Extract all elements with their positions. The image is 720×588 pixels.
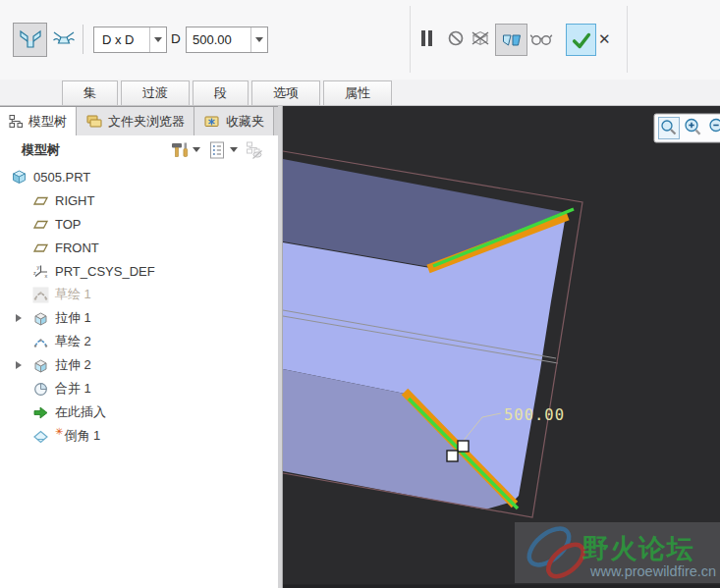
tree-item[interactable]: 草绘 2 [0,330,278,353]
chamfer-dimension-value[interactable]: 500.00 [504,406,565,424]
tree-item[interactable]: TOP [0,212,278,236]
ribbon-tab-3[interactable]: 段 [193,80,249,105]
chevron-down-icon [193,147,200,152]
favorites-icon [203,114,221,129]
panel-title: 模型树 [22,141,60,159]
chamfer-transitions-mode-button[interactable] [47,24,80,56]
graphics-area: 500.00 [283,106,720,588]
tree-item-label: 合并 1 [55,380,91,398]
cancel-button[interactable]: ✕ [598,30,611,48]
zoom-out-icon[interactable] [710,120,720,132]
panel-tab-3[interactable]: 收藏夹 [194,107,274,135]
zoom-window-icon[interactable] [659,118,680,139]
zoom-mini-toolbar [654,114,720,142]
chamfer-sets-mode-button[interactable] [13,23,47,57]
tree-filters-icon [170,140,190,160]
model-tree-header: 模型树 [0,135,278,164]
tree-filters-button[interactable] [168,138,202,162]
expand-arrow-icon[interactable] [16,314,22,322]
display-options-icon [245,140,264,160]
tree-item-label: RIGHT [55,193,94,208]
tree-item[interactable]: 拉伸 2 [0,353,278,377]
tree-item[interactable]: RIGHT [0,188,278,212]
preview-on-button[interactable] [495,24,527,56]
panel-tab-1[interactable]: 模型树 [0,107,77,135]
tree-item-label: TOP [55,217,82,232]
tree-item-label: 拉伸 2 [55,356,91,374]
chamfer-transitions-mode-icon [51,27,77,53]
expand-arrow-icon[interactable] [16,361,22,369]
ribbon-tab-4[interactable]: 选项 [251,80,320,105]
watermark-title: 野火论坛 [582,534,694,563]
pause-icon [419,30,433,50]
tree-item-label: FRONT [55,241,99,255]
preview-on-icon [502,32,522,48]
model-tree-tab-icon [9,114,24,129]
chamfer-sets-mode-icon [18,27,43,53]
navigator-panel: 模型树文件夹浏览器收藏夹 模型树 [0,106,278,588]
dim-label: D [171,31,181,46]
preview-off-button[interactable] [470,29,491,47]
divider [410,6,411,73]
creo-window: D x D D [0,0,720,588]
accept-icon [571,29,592,51]
svg-text:z: z [33,270,36,276]
accept-button[interactable] [566,24,596,56]
watermark: 野火论坛 www.proewildfire.cn [515,522,720,583]
csys-icon: yzx [32,263,49,280]
glasses-button[interactable] [529,32,553,46]
ribbon-tab-2[interactable]: 过渡 [121,80,190,105]
chevron-down-icon[interactable] [250,27,267,52]
tree-item-label: 倒角 1 [64,427,100,445]
folder-browser-icon [85,114,103,129]
chamfer-scheme-value: D x D [94,32,149,47]
pause-button[interactable] [419,30,433,50]
divider [83,25,83,54]
datum-plane-icon [32,216,49,233]
dim-value-input[interactable] [187,31,250,48]
tree-item-label: 拉伸 1 [55,309,91,327]
ribbon-tab-1[interactable]: 集 [62,80,118,105]
dim-value-combo[interactable] [186,27,268,53]
tree-item-label: 草绘 1 [55,286,91,303]
extrude-icon [32,357,49,374]
ban-icon [447,29,465,47]
watermark-url: www.proewildfire.cn [589,563,716,579]
panel-tab-bar: 模型树文件夹浏览器收藏夹 [0,106,278,135]
tree-item-label: PRT_CSYS_DEF [55,264,155,279]
ribbon-tab-bar: 集过渡段选项属性 [0,80,720,106]
panel-tab-label: 模型树 [28,113,67,131]
divider [627,6,628,73]
tree-columns-button[interactable] [205,138,240,162]
panel-tab-label: 收藏夹 [226,113,264,131]
datum-plane-icon [32,192,49,209]
part-icon [11,169,28,186]
viewport-bottom-strip [283,585,720,588]
datum-plane-icon [32,240,49,256]
tree-item[interactable]: 草绘 1 [0,283,278,306]
tree-item[interactable]: yzxPRT_CSYS_DEF [0,259,278,283]
chevron-down-icon [230,147,238,152]
merge-icon [32,381,49,398]
tree-item[interactable]: 在此插入 [0,401,278,424]
model-tree: 0505.PRTRIGHTTOPFRONTyzxPRT_CSYS_DEF草绘 1… [0,164,278,588]
tree-item[interactable]: FRONT [0,236,278,259]
ban-button[interactable] [447,29,465,47]
sketch-icon [32,334,49,350]
drag-handle[interactable] [458,441,469,452]
svg-text:y: y [37,263,40,269]
panel-tab-2[interactable]: 文件夹浏览器 [77,107,194,135]
chevron-down-icon[interactable] [149,27,166,52]
tree-item-label: 在此插入 [55,403,106,421]
tree-item[interactable]: 拉伸 1 [0,306,278,330]
ribbon-tab-5[interactable]: 属性 [323,80,392,105]
svg-text:x: x [45,272,48,278]
tree-item[interactable]: ✳倒角 1 [0,424,278,448]
chamfer-scheme-select[interactable]: D x D [93,27,167,53]
drag-handle[interactable] [447,451,458,461]
tree-item[interactable]: 0505.PRT [0,165,278,188]
tree-item-label: 草绘 2 [55,333,91,350]
tree-item[interactable]: 合并 1 [0,377,278,401]
panel-tab-label: 文件夹浏览器 [108,113,185,131]
tree-item-label: 0505.PRT [33,170,90,185]
